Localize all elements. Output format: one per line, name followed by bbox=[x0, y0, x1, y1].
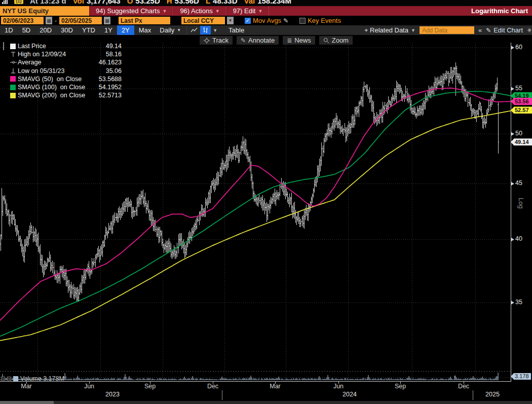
calendar-icon[interactable]: ▦ bbox=[46, 17, 52, 24]
tab-30d[interactable]: 30D bbox=[56, 25, 78, 35]
volume-bar bbox=[126, 377, 127, 380]
pencil-icon[interactable]: ✎ bbox=[283, 17, 288, 24]
volume-bar bbox=[351, 379, 351, 380]
volume-bar bbox=[256, 378, 256, 380]
volume-bar bbox=[463, 379, 463, 380]
volume-bar bbox=[220, 379, 220, 380]
edit-chart-button[interactable]: ✎Edit Chart bbox=[486, 26, 523, 34]
annotate-button[interactable]: ✎ Annotate bbox=[237, 36, 279, 45]
volume-bar bbox=[434, 380, 434, 380]
add-data-input[interactable]: Add Data bbox=[420, 26, 474, 34]
volume-bar bbox=[176, 379, 176, 380]
volume-bar bbox=[243, 378, 243, 380]
volume-bar bbox=[443, 379, 443, 380]
volume-bar bbox=[105, 379, 106, 380]
date-to-input[interactable]: 02/05/2025 bbox=[59, 17, 102, 24]
status-open: O53.25D bbox=[127, 0, 160, 5]
line-chart-type-button[interactable] bbox=[188, 26, 200, 34]
collapse-panel-button[interactable]: « bbox=[478, 26, 482, 34]
y-axis-tick-label: 50 bbox=[515, 130, 530, 137]
calendar-icon[interactable]: ▦ bbox=[104, 17, 110, 24]
volume-bar bbox=[291, 379, 292, 380]
volume-bar bbox=[132, 379, 133, 381]
legend-row-average[interactable]: Average 46.1623 bbox=[3, 58, 122, 66]
currency-select[interactable]: Local CCY bbox=[181, 17, 225, 24]
tab-1y[interactable]: 1Y bbox=[100, 25, 117, 35]
gear-icon[interactable]: ✳ bbox=[527, 27, 531, 34]
volume-bar bbox=[180, 379, 181, 380]
menu-actions[interactable]: 96) Actions▼ bbox=[173, 6, 226, 16]
volume-bar bbox=[488, 379, 489, 380]
volume-bar bbox=[317, 379, 318, 380]
legend-row-low[interactable]: Low on 05/31/23 35.06 bbox=[3, 67, 122, 75]
tab-ytd[interactable]: YTD bbox=[78, 25, 100, 35]
volume-bar bbox=[193, 376, 193, 380]
news-button[interactable]: ≣ News bbox=[283, 36, 315, 45]
legend-row-high[interactable]: High on 12/09/24 58.16 bbox=[3, 50, 122, 58]
tab-max[interactable]: Max bbox=[134, 25, 156, 35]
volume-bar bbox=[480, 378, 481, 380]
tab-20d[interactable]: 20D bbox=[35, 25, 56, 35]
month-label: Mar bbox=[270, 383, 281, 390]
tree-collapse-icon[interactable] bbox=[7, 377, 11, 381]
volume-bar bbox=[259, 378, 259, 380]
volume-bar bbox=[206, 379, 207, 380]
volume-bar bbox=[421, 378, 422, 380]
volume-bar bbox=[347, 380, 347, 380]
volume-bar bbox=[411, 379, 411, 380]
mov-avgs-checkbox[interactable]: ✓ bbox=[245, 18, 251, 24]
tree-collapse-icon[interactable] bbox=[3, 42, 4, 50]
volume-bar bbox=[277, 378, 277, 380]
volume-bar bbox=[236, 378, 237, 380]
tab-2y[interactable]: 2Y bbox=[117, 25, 134, 35]
volume-bar bbox=[361, 379, 361, 380]
volume-bar bbox=[134, 380, 135, 380]
tab-1d[interactable]: 1D bbox=[0, 25, 18, 35]
scrollbar-thumb[interactable] bbox=[0, 401, 54, 404]
volume-bar bbox=[178, 380, 179, 381]
legend-row-smavg50[interactable]: SMAVG (50) on Close 53.5688 bbox=[3, 75, 122, 83]
smavg100-swatch bbox=[10, 85, 18, 90]
chart-type-dropdown[interactable]: ▼ bbox=[211, 26, 219, 34]
legend-row-smavg200[interactable]: SMAVG (200) on Close 52.5713 bbox=[3, 91, 122, 99]
volume-bar bbox=[396, 379, 397, 380]
volume-bar bbox=[294, 380, 295, 380]
volume-bar bbox=[138, 378, 138, 380]
volume-bar bbox=[367, 378, 368, 381]
y-tick-arrow bbox=[511, 301, 514, 305]
tree-collapse-icon[interactable] bbox=[1, 377, 5, 381]
volume-bar bbox=[203, 379, 204, 380]
volume-bar bbox=[348, 378, 348, 380]
volume-bar bbox=[431, 380, 431, 380]
volume-axis-tag: 3.178 bbox=[511, 373, 531, 380]
ticker-input[interactable]: NYT US Equity bbox=[0, 6, 89, 16]
volume-bar bbox=[310, 379, 311, 380]
menu-suggested-charts[interactable]: 94) Suggested Charts▼ bbox=[89, 6, 173, 16]
volume-legend[interactable]: Volume 3.178M bbox=[1, 375, 64, 382]
legend-row-smavg100[interactable]: SMAVG (100) on Close 54.1952 bbox=[3, 83, 122, 91]
table-button[interactable]: Table bbox=[223, 25, 249, 35]
volume-bar bbox=[154, 379, 155, 380]
bar-chart-type-button[interactable] bbox=[200, 26, 211, 34]
frequency-select[interactable]: Daily▼ bbox=[156, 26, 185, 34]
volume-bar bbox=[303, 379, 303, 381]
volume-bar bbox=[100, 379, 101, 380]
volume-bar bbox=[452, 379, 453, 380]
track-button[interactable]: Track bbox=[200, 36, 233, 45]
volume-bar bbox=[381, 378, 381, 380]
volume-bar bbox=[479, 379, 480, 380]
volume-bar bbox=[264, 378, 265, 380]
volume-bar bbox=[107, 379, 108, 380]
date-from-input[interactable]: 02/06/2023 bbox=[1, 17, 44, 24]
chevron-down-icon[interactable]: ▼ bbox=[227, 17, 234, 24]
tab-5d[interactable]: 5D bbox=[18, 25, 35, 35]
zoom-button[interactable]: Zoom bbox=[319, 36, 353, 45]
horizontal-scrollbar[interactable] bbox=[0, 401, 532, 404]
key-events-checkbox[interactable] bbox=[299, 18, 306, 24]
related-data-button[interactable]: + Related Data▼ bbox=[364, 26, 415, 34]
menu-edit[interactable]: 97) Edit▼ bbox=[226, 6, 270, 16]
volume-bar bbox=[137, 379, 137, 380]
legend-row-last-price[interactable]: Last Price 49.14 bbox=[3, 42, 122, 50]
y-axis-tick-label: 55 bbox=[515, 85, 530, 92]
price-field-input[interactable]: Last Px bbox=[119, 17, 170, 24]
